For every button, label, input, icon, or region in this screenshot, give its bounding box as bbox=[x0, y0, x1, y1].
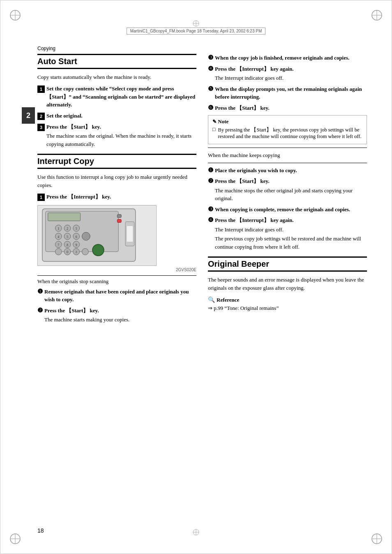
auto-start-body: Copy starts automatically when the machi… bbox=[37, 73, 196, 81]
stop-step-2: ❷ Press the 【Start】 key. The machine sta… bbox=[37, 307, 196, 324]
keeps-step2-sub: The machine stops the other original job… bbox=[215, 187, 367, 203]
auto-start-step3-sub: The machine scans the original. When the… bbox=[46, 132, 196, 148]
svg-point-35 bbox=[55, 249, 62, 255]
auto-start-step1-text: Set the copy contents while “Select copy… bbox=[46, 85, 195, 108]
svg-text:1: 1 bbox=[58, 227, 59, 231]
reference-box: 🔍 Reference ⇒ p.99 “Tone: Original remai… bbox=[208, 296, 367, 312]
svg-rect-43 bbox=[117, 219, 121, 223]
when-originals-stop-label: When the originals stop scanning bbox=[37, 275, 196, 286]
stop-circle-2: ❷ bbox=[37, 307, 43, 314]
interrupt-copy-heading: Interrupt Copy bbox=[37, 154, 196, 169]
svg-text:2: 2 bbox=[67, 227, 68, 231]
machine-image: 1 2 5 4 5 6 7 bbox=[37, 205, 157, 266]
right-step-6: ❻ Press the 【Start】 key. bbox=[208, 104, 367, 112]
keeps-step1-text: Place the originals you wish to copy. bbox=[215, 167, 297, 173]
svg-point-28 bbox=[82, 233, 90, 241]
keeps-step-1: ❶ Place the originals you wish to copy. bbox=[208, 166, 367, 175]
stop-step1-text: Remove originals that have been copied a… bbox=[44, 289, 189, 303]
step-label-3: 3 bbox=[37, 124, 45, 131]
left-column: Auto Start Copy starts automatically whe… bbox=[37, 54, 196, 517]
right-step6-text: Press the 【Start】 key. bbox=[215, 105, 270, 111]
step-label-1: 1 bbox=[37, 85, 45, 93]
keeps-step2-text: Press the 【Start】 key. bbox=[215, 178, 270, 184]
machine-image-caption: 2GVS020E bbox=[37, 268, 196, 272]
svg-text:4: 4 bbox=[58, 235, 59, 239]
content-area: Auto Start Copy starts automatically whe… bbox=[37, 54, 367, 517]
right-circle-4: ❹ bbox=[208, 65, 213, 72]
corner-mark-tr bbox=[369, 8, 384, 23]
svg-text:5: 5 bbox=[67, 235, 68, 239]
auto-start-step-3: 3 Press the 【Start】 key. The machine sca… bbox=[37, 123, 196, 148]
center-mark-bottom bbox=[192, 528, 200, 538]
keeps-step4-text: Press the 【Interrupt】 key again. bbox=[215, 217, 294, 223]
right-circle-3: ❸ bbox=[208, 54, 213, 61]
interrupt-step1-text: Press the 【Interrupt】 key. bbox=[46, 194, 111, 200]
right-interrupt-steps: ❸ When the copy job is finished, remove … bbox=[208, 54, 367, 144]
svg-text:#: # bbox=[76, 251, 77, 254]
right-circle-5: ❺ bbox=[208, 85, 213, 92]
right-step3-text: When the copy job is finished, remove or… bbox=[215, 55, 349, 61]
stop-step2-sub: The machine starts making your copies. bbox=[44, 316, 196, 324]
right-step5-text: When the display prompts you, set the re… bbox=[215, 86, 362, 100]
note-title: ✎ Note bbox=[212, 118, 362, 125]
chapter-tab: 2 bbox=[22, 107, 35, 124]
corner-mark-tl bbox=[8, 8, 23, 23]
svg-text:9: 9 bbox=[76, 243, 77, 247]
interrupt-copy-body: Use this function to interrupt a long co… bbox=[37, 173, 196, 189]
breadcrumb: Copying bbox=[37, 46, 55, 51]
note-item: □ By pressing the 【Start】 key, the previ… bbox=[212, 127, 362, 140]
keeps-step-4: ❹ Press the 【Interrupt】 key again. The I… bbox=[208, 216, 367, 251]
page-number: 18 bbox=[37, 527, 44, 534]
svg-text:6: 6 bbox=[76, 235, 77, 239]
note-box: ✎ Note □ By pressing the 【Start】 key, th… bbox=[208, 115, 367, 144]
right-step4-text: Press the 【Interrupt】 key again. bbox=[215, 66, 294, 72]
when-machine-keeps-label: When the machine keeps copying bbox=[208, 151, 367, 159]
divider-keeps bbox=[208, 148, 367, 148]
note-bullet: □ bbox=[212, 127, 216, 133]
keeps-step-2: ❷ Press the 【Start】 key. The machine sto… bbox=[208, 177, 367, 203]
svg-text:5: 5 bbox=[76, 227, 77, 231]
keeps-step4-sub1: The Interrupt indicator goes off. bbox=[215, 226, 367, 234]
page: MartiniC1_GBcopy4_FM.book Page 18 Tuesda… bbox=[0, 0, 392, 554]
interrupt-step-1: 1 Press the 【Interrupt】 key. bbox=[37, 193, 196, 201]
reference-text: ⇒ p.99 “Tone: Original remains” bbox=[208, 305, 367, 312]
divider-keeps2 bbox=[208, 163, 367, 163]
right-step-5: ❺ When the display prompts you, set the … bbox=[208, 85, 367, 101]
keeps-circle-1: ❶ bbox=[208, 166, 213, 174]
right-step-4: ❹ Press the 【Interrupt】 key again. The I… bbox=[208, 65, 367, 82]
auto-start-step-2: 2 Set the original. bbox=[37, 112, 196, 120]
original-beeper-heading: Original Beeper bbox=[208, 256, 367, 272]
right-column: ❸ When the copy job is finished, remove … bbox=[208, 54, 367, 517]
reference-icon: 🔍 bbox=[208, 296, 215, 303]
corner-mark-bl bbox=[8, 531, 23, 546]
auto-start-step-1: 1 Set the copy contents while “Select co… bbox=[37, 85, 196, 109]
keeps-step-3: ❸ When copying is complete, remove the o… bbox=[208, 205, 367, 214]
keeps-step3-text: When copying is complete, remove the ori… bbox=[215, 206, 350, 212]
original-beeper-body: The beeper sounds and an error message i… bbox=[208, 276, 367, 292]
auto-start-step3-text: Press the 【Start】 key. bbox=[46, 124, 101, 130]
svg-rect-15 bbox=[48, 213, 81, 221]
stop-step-1: ❶ Remove originals that have been copied… bbox=[37, 288, 196, 304]
auto-start-step2-text: Set the original. bbox=[46, 113, 83, 119]
right-step-3: ❸ When the copy job is finished, remove … bbox=[208, 54, 367, 62]
auto-start-heading: Auto Start bbox=[37, 54, 196, 69]
svg-point-41 bbox=[92, 245, 104, 256]
right-step4-sub: The Interrupt indicator goes off. bbox=[215, 74, 367, 82]
note-text: By pressing the 【Start】 key, the previou… bbox=[218, 127, 362, 140]
svg-text:0: 0 bbox=[67, 251, 68, 254]
corner-mark-br bbox=[369, 531, 384, 546]
right-circle-6: ❻ bbox=[208, 104, 213, 111]
svg-rect-45 bbox=[127, 226, 133, 242]
svg-text:7: 7 bbox=[58, 243, 59, 247]
keeps-circle-4: ❹ bbox=[208, 216, 213, 224]
keeps-circle-3: ❸ bbox=[208, 205, 213, 213]
svg-point-40 bbox=[82, 249, 89, 255]
keeps-circle-2: ❷ bbox=[208, 177, 213, 185]
step-label-2: 2 bbox=[37, 113, 45, 120]
svg-rect-42 bbox=[117, 215, 121, 218]
stop-circle-1: ❶ bbox=[37, 288, 43, 295]
stop-step2-text: Press the 【Start】 key. bbox=[44, 307, 99, 314]
svg-text:8: 8 bbox=[67, 243, 68, 247]
center-mark-top bbox=[192, 19, 200, 29]
interrupt-step-label-1: 1 bbox=[37, 194, 45, 201]
